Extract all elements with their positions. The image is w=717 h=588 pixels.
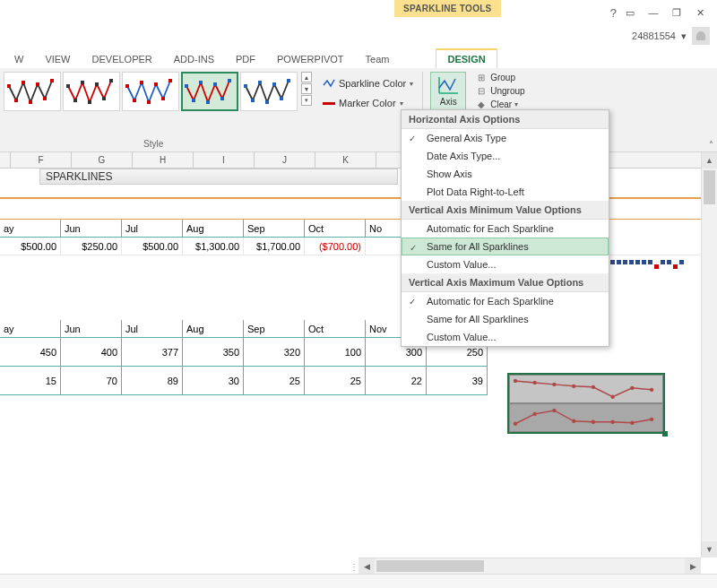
cell[interactable]: Sep [244,320,305,338]
cell[interactable]: Jul [122,220,183,238]
scroll-thumb[interactable] [704,170,715,204]
svg-rect-24 [206,100,210,104]
cell[interactable]: 30 [183,367,244,395]
scroll-thumb[interactable] [376,560,484,572]
account-name[interactable]: 24881554 [632,30,676,41]
col-header[interactable]: K [315,152,376,168]
cell[interactable]: Oct [305,220,366,238]
menu-max-auto[interactable]: ✓Automatic for Each Sparkline [402,292,609,310]
cell[interactable]: 377 [122,338,183,367]
scroll-up-icon[interactable]: ▲ [702,152,717,169]
menu-max-same[interactable]: Same for All Sparklines [402,310,609,328]
cell[interactable]: 25 [305,367,366,395]
tab-view[interactable]: VIEW [34,50,81,68]
menu-show-axis[interactable]: Show Axis [402,165,609,183]
cell[interactable]: Sep [244,220,305,238]
cell[interactable]: ($700.00) [305,238,366,255]
style-thumb-5[interactable] [240,72,298,111]
cell[interactable]: Oct [305,320,366,338]
svg-rect-22 [192,99,195,102]
cell[interactable]: $1,700.00 [244,238,305,255]
selection-handle[interactable] [662,431,668,437]
caret-icon: ▾ [400,99,403,108]
style-thumb-2[interactable] [63,72,120,111]
cell[interactable]: 400 [61,338,122,367]
window-titlebar: ? ▭ — ❐ ✕ [0,0,717,25]
scroll-right-icon[interactable]: ▶ [685,558,701,574]
svg-rect-23 [199,81,203,84]
group-button[interactable]: ⊞Group [473,72,526,83]
cell[interactable]: 39 [427,367,488,395]
menu-plot-rtl[interactable]: Plot Data Right-to-Left [402,183,609,201]
help-icon[interactable]: ? [610,6,617,20]
horizontal-scrollbar[interactable]: ◀ ▶ [358,558,701,574]
menu-min-same[interactable]: ✓Same for All Sparklines [402,238,609,255]
col-header[interactable]: J [255,152,315,168]
sparkline-color-button[interactable]: Sparkline Color ▾ [323,74,413,93]
cell[interactable]: ay [0,320,61,338]
svg-point-61 [592,420,595,424]
cell[interactable]: 100 [305,338,366,367]
collapse-ribbon-icon[interactable]: ˄ [709,140,713,150]
cell[interactable]: $500.00 [0,238,61,255]
style-thumb-1[interactable] [4,72,61,111]
close-button[interactable]: ✕ [688,4,712,22]
check-icon: ✓ [409,134,416,143]
sparkline-cell-2 [509,403,663,432]
tab-developer[interactable]: DEVELOPER [82,50,163,68]
cell[interactable]: $250.00 [61,238,122,255]
svg-rect-32 [272,82,276,86]
cell[interactable]: $500.00 [122,238,183,255]
cell[interactable]: 320 [244,338,305,367]
cell[interactable]: Jun [61,320,122,338]
cell[interactable]: 350 [183,338,244,367]
cell[interactable]: 25 [244,367,305,395]
style-thumb-3[interactable] [122,72,179,111]
cell[interactable]: Jun [61,220,122,238]
scroll-left-icon[interactable]: ◀ [358,558,375,574]
gallery-up-icon[interactable]: ▲ [301,72,312,82]
avatar[interactable] [692,27,710,45]
col-header[interactable]: I [194,152,255,168]
cell[interactable]: 450 [0,338,61,367]
menu-header-horizontal: Horizontal Axis Options [402,110,609,129]
tab-design[interactable]: DESIGN [436,48,497,68]
menu-min-custom[interactable]: Custom Value... [402,255,609,273]
cell[interactable]: 15 [0,367,61,395]
col-header-stub[interactable] [0,152,11,168]
style-thumb-selected[interactable] [181,72,238,111]
tab-pdf[interactable]: PDF [225,50,266,68]
minimize-button[interactable]: — [642,4,665,22]
account-caret-icon[interactable]: ▾ [681,30,687,42]
tab-addins[interactable]: ADD-INS [163,50,225,68]
menu-max-custom[interactable]: Custom Value... [402,328,609,346]
col-header[interactable]: F [11,152,72,168]
col-header[interactable]: G [72,152,133,168]
cell[interactable]: Aug [183,320,244,338]
ungroup-button[interactable]: ⊟Ungroup [473,85,526,97]
vertical-scrollbar[interactable]: ▲ ▼ [701,152,717,558]
svg-rect-44 [661,260,665,264]
svg-rect-41 [635,260,640,264]
tab-powerpivot[interactable]: POWERPIVOT [266,50,355,68]
gallery-down-icon[interactable]: ▼ [301,83,312,94]
col-header[interactable]: H [133,152,194,168]
menu-general-axis[interactable]: ✓General Axis Type [402,129,609,147]
cell[interactable]: $1,300.00 [183,238,244,255]
cell[interactable]: 89 [122,367,183,395]
cell[interactable]: Jul [122,320,183,338]
cell[interactable]: 70 [61,367,122,395]
cell[interactable]: Aug [183,220,244,238]
tab-team[interactable]: Team [355,50,401,68]
gallery-more-icon[interactable]: ▾ [301,95,312,106]
tab-w[interactable]: W [4,50,34,68]
svg-rect-21 [185,84,188,88]
menu-date-axis[interactable]: Date Axis Type... [402,147,609,165]
gallery-scroll[interactable]: ▲▼▾ [299,72,312,106]
ribbon-display-options-icon[interactable]: ▭ [618,4,642,22]
restore-button[interactable]: ❐ [665,4,688,22]
cell[interactable]: 22 [366,367,427,395]
scroll-down-icon[interactable]: ▼ [702,541,717,558]
menu-min-auto[interactable]: Automatic for Each Sparkline [402,220,609,238]
cell[interactable]: ay [0,220,61,238]
